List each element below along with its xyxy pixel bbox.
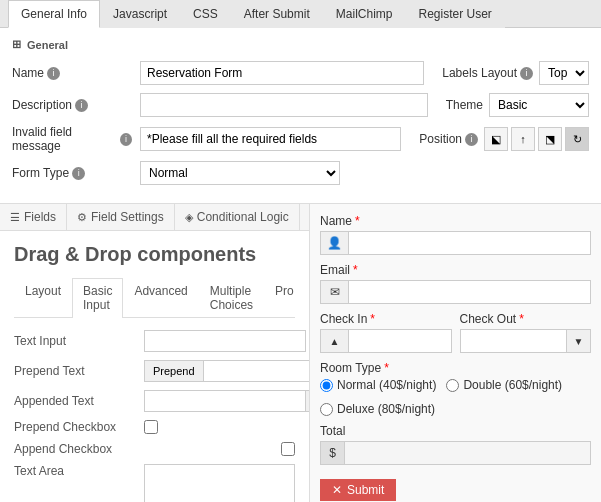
tab-css[interactable]: CSS <box>180 0 231 28</box>
sub-tab-layout[interactable]: Layout <box>14 278 72 317</box>
right-submit-label: Submit <box>347 483 384 497</box>
right-name-input-wrap: 👤 <box>320 231 591 255</box>
append-checkbox-input[interactable] <box>281 442 295 456</box>
right-email-group: Email * ✉ <box>320 263 591 304</box>
labels-layout-info-icon[interactable]: i <box>520 67 533 80</box>
position-btn-2[interactable]: ↑ <box>511 127 535 151</box>
main-area: ☰ Fields ⚙ Field Settings ◈ Conditional … <box>0 204 601 502</box>
right-checkin-label: Check In * <box>320 312 452 326</box>
email-required-star: * <box>353 263 358 277</box>
sub-tab-advanced[interactable]: Advanced <box>123 278 198 317</box>
checkout-chevron-down-icon: ▼ <box>566 330 590 352</box>
labels-layout-label: Labels Layout i <box>442 66 533 80</box>
field-rows: Text Input Prepend Text Prepend Appended… <box>14 330 295 502</box>
labels-layout-select[interactable]: Top <box>539 61 589 85</box>
form-type-info-icon[interactable]: i <box>72 167 85 180</box>
tab-general-info[interactable]: General Info <box>8 0 100 28</box>
room-normal-radio[interactable] <box>320 379 333 392</box>
prepend-checkbox-input[interactable] <box>144 420 158 434</box>
invalid-field-info-icon[interactable]: i <box>120 133 132 146</box>
email-icon: ✉ <box>321 281 349 303</box>
theme-select[interactable]: Basic <box>489 93 589 117</box>
sub-tab-multiple-choices[interactable]: Multiple Choices <box>199 278 264 317</box>
prepend-button[interactable]: Prepend <box>144 360 204 382</box>
text-area-label: Text Area <box>14 464 144 478</box>
form-type-label: Form Type i <box>12 166 132 180</box>
right-room-type-group: Room Type * Normal (40$/night) Double (6… <box>320 361 591 416</box>
checkin-required-star: * <box>370 312 375 326</box>
name-person-icon: 👤 <box>321 232 349 254</box>
name-required-star: * <box>355 214 360 228</box>
position-btn-4[interactable]: ↻ <box>565 127 589 151</box>
room-normal-option[interactable]: Normal (40$/night) <box>320 378 436 392</box>
position-btn-1[interactable]: ⬕ <box>484 127 508 151</box>
tab-mailchimp[interactable]: MailChimp <box>323 0 406 28</box>
invalid-field-row: Invalid field message i Position i ⬕ ↑ ⬔… <box>12 125 589 153</box>
append-checkbox-label: Append Checkbox <box>14 442 144 456</box>
text-input-label: Text Input <box>14 334 144 348</box>
sub-tab-pro[interactable]: Pro <box>264 278 305 317</box>
conditional-tab-icon: ◈ <box>185 211 193 224</box>
right-name-input[interactable] <box>349 232 590 254</box>
grid-icon: ⊞ <box>12 38 21 51</box>
room-deluxe-radio[interactable] <box>320 403 333 416</box>
form-type-select[interactable]: Normal <box>140 161 340 185</box>
total-dollar-sign: $ <box>321 442 345 464</box>
checkin-chevron-up-icon: ▲ <box>321 330 349 352</box>
prepend-text-input[interactable] <box>204 360 310 382</box>
general-header: ⊞ General <box>12 38 589 51</box>
invalid-field-input[interactable] <box>140 127 401 151</box>
position-btn-3[interactable]: ⬔ <box>538 127 562 151</box>
right-email-input[interactable] <box>349 281 590 303</box>
panel-content: Drag & Drop components Layout Basic Inpu… <box>0 231 309 502</box>
fields-tab-icon: ☰ <box>10 211 20 224</box>
append-text-input[interactable] <box>144 390 305 412</box>
right-checkout-label: Check Out * <box>460 312 592 326</box>
position-info-icon[interactable]: i <box>465 133 478 146</box>
list-item: Prepend Checkbox <box>14 420 295 434</box>
right-total-group: Total $ <box>320 424 591 465</box>
right-total-label: Total <box>320 424 591 438</box>
room-deluxe-option[interactable]: Deluxe (80$/night) <box>320 402 435 416</box>
field-settings-tab-label: Field Settings <box>91 210 164 224</box>
list-item: Text Input <box>14 330 295 352</box>
sub-tab-basic-input[interactable]: Basic Input <box>72 278 123 318</box>
conditional-logic-tab-label: Conditional Logic <box>197 210 289 224</box>
form-type-row: Form Type i Normal <box>12 161 589 185</box>
right-checkin-input-wrap[interactable]: ▲ <box>320 329 452 353</box>
room-double-radio[interactable] <box>446 379 459 392</box>
tab-register-user[interactable]: Register User <box>405 0 504 28</box>
right-room-type-label: Room Type * <box>320 361 591 375</box>
name-row: Name i Labels Layout i Top <box>12 61 589 85</box>
appended-text-label: Appended Text <box>14 394 144 408</box>
list-item: Appended Text Append <box>14 390 295 412</box>
prepend-text-label: Prepend Text <box>14 364 144 378</box>
total-row: $ <box>320 441 591 465</box>
tab-javascript[interactable]: Javascript <box>100 0 180 28</box>
left-panel: ☰ Fields ⚙ Field Settings ◈ Conditional … <box>0 204 310 502</box>
text-input-field[interactable] <box>144 330 306 352</box>
panel-tab-field-settings[interactable]: ⚙ Field Settings <box>67 204 175 230</box>
theme-label: Theme <box>446 98 483 112</box>
sub-tab-bar: Layout Basic Input Advanced Multiple Cho… <box>14 278 295 318</box>
room-double-label: Double (60$/night) <box>463 378 562 392</box>
position-group: Position i ⬕ ↑ ⬔ ↻ <box>419 127 589 151</box>
name-input[interactable] <box>140 61 424 85</box>
panel-tab-conditional-logic[interactable]: ◈ Conditional Logic <box>175 204 300 230</box>
right-checkout-input-wrap[interactable]: ▼ <box>460 329 592 353</box>
room-double-option[interactable]: Double (60$/night) <box>446 378 562 392</box>
description-info-icon[interactable]: i <box>75 99 88 112</box>
submit-x-icon: ✕ <box>332 483 342 497</box>
name-info-icon[interactable]: i <box>47 67 60 80</box>
right-checkin-group: Check In * ▲ <box>320 312 452 353</box>
text-area-input[interactable] <box>144 464 295 502</box>
right-submit-button[interactable]: ✕ Submit <box>320 479 396 501</box>
right-panel: Name * 👤 Email * ✉ Check In <box>310 204 601 502</box>
panel-tab-fields[interactable]: ☰ Fields <box>0 204 67 230</box>
room-type-radio-group: Normal (40$/night) Double (60$/night) De… <box>320 378 591 416</box>
description-input[interactable] <box>140 93 428 117</box>
list-item: Append Checkbox <box>14 442 295 456</box>
general-section-label: General <box>27 39 68 51</box>
tab-after-submit[interactable]: After Submit <box>231 0 323 28</box>
list-item: Text Area <box>14 464 295 502</box>
